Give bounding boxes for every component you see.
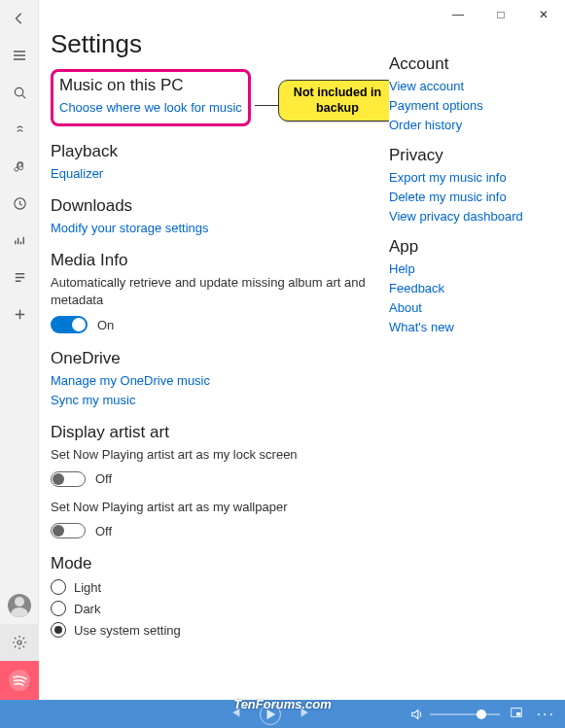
close-button[interactable]: ✕ bbox=[522, 0, 565, 29]
link-equalizer[interactable]: Equalizer bbox=[51, 166, 377, 181]
avatar[interactable] bbox=[8, 594, 31, 617]
svg-rect-5 bbox=[516, 712, 520, 716]
link-delete-music-info[interactable]: Delete my music info bbox=[389, 190, 559, 204]
spotify-icon[interactable] bbox=[0, 661, 39, 700]
link-view-account[interactable]: View account bbox=[389, 79, 559, 93]
add-icon[interactable] bbox=[0, 295, 39, 332]
watermark: TenForums.com bbox=[233, 697, 332, 711]
volume-control[interactable] bbox=[410, 708, 500, 721]
link-storage-settings[interactable]: Modify your storage settings bbox=[51, 221, 377, 235]
section-media-info: Media Info bbox=[51, 251, 377, 270]
more-icon[interactable]: ··· bbox=[537, 706, 555, 723]
radio-light[interactable]: Light bbox=[51, 579, 377, 595]
artist-art-lock-desc: Set Now Playing artist art as my lock sc… bbox=[51, 446, 377, 464]
link-choose-music-location[interactable]: Choose where we look for music bbox=[59, 100, 242, 115]
section-artist-art: Display artist art bbox=[51, 423, 377, 442]
link-payment-options[interactable]: Payment options bbox=[389, 98, 559, 113]
nowplaying-icon[interactable] bbox=[0, 222, 39, 259]
link-privacy-dashboard[interactable]: View privacy dashboard bbox=[389, 209, 559, 224]
volume-icon bbox=[410, 708, 424, 721]
svg-point-0 bbox=[15, 87, 22, 95]
link-whats-new[interactable]: What's new bbox=[389, 320, 559, 334]
playbar: TenForums.com ··· bbox=[0, 700, 565, 728]
link-feedback[interactable]: Feedback bbox=[389, 281, 559, 295]
toggle-switch-off[interactable] bbox=[51, 471, 86, 487]
radio-icon bbox=[51, 601, 66, 616]
link-about[interactable]: About bbox=[389, 300, 559, 315]
section-account: Account bbox=[389, 54, 559, 74]
main-content: Settings Music on this PC Choose where w… bbox=[39, 19, 389, 700]
media-info-desc: Automatically retrieve and update missin… bbox=[51, 274, 377, 308]
toggle-label: Off bbox=[95, 471, 112, 486]
svg-point-2 bbox=[18, 641, 21, 644]
sidebar bbox=[0, 0, 39, 700]
mode-radio-group: Light Dark Use system setting bbox=[51, 579, 377, 638]
section-playback: Playback bbox=[51, 142, 377, 161]
radio-dark[interactable]: Dark bbox=[51, 601, 377, 616]
radio-icon-checked bbox=[51, 622, 66, 638]
explore-icon[interactable] bbox=[0, 111, 39, 148]
back-button[interactable] bbox=[0, 0, 39, 37]
section-app: App bbox=[389, 237, 559, 257]
music-icon[interactable] bbox=[0, 148, 39, 185]
section-privacy: Privacy bbox=[389, 146, 559, 165]
right-column: Account View account Payment options Ord… bbox=[389, 54, 559, 339]
minimize-button[interactable]: — bbox=[437, 0, 479, 29]
window-titlebar: — □ ✕ bbox=[437, 0, 565, 29]
page-title: Settings bbox=[51, 29, 377, 59]
search-icon[interactable] bbox=[0, 74, 39, 111]
miniplayer-icon[interactable] bbox=[510, 706, 523, 722]
highlight-music-on-pc: Music on this PC Choose where we look fo… bbox=[51, 69, 251, 126]
toggle-switch-off[interactable] bbox=[51, 523, 86, 538]
toggle-switch-on[interactable] bbox=[51, 316, 88, 333]
link-order-history[interactable]: Order history bbox=[389, 118, 559, 132]
callout-connector bbox=[255, 105, 279, 106]
maximize-button[interactable]: □ bbox=[479, 0, 522, 29]
radio-icon bbox=[51, 579, 66, 595]
toggle-label: Off bbox=[95, 524, 112, 538]
section-mode: Mode bbox=[51, 554, 377, 573]
link-export-music-info[interactable]: Export my music info bbox=[389, 170, 559, 185]
callout-bubble: Not included in backup bbox=[278, 80, 389, 121]
link-sync-music[interactable]: Sync my music bbox=[51, 393, 377, 407]
recent-icon[interactable] bbox=[0, 185, 39, 222]
link-help[interactable]: Help bbox=[389, 261, 559, 276]
section-music-on-pc: Music on this PC bbox=[59, 76, 242, 95]
section-onedrive: OneDrive bbox=[51, 349, 377, 368]
toggle-media-info[interactable]: On bbox=[51, 316, 377, 333]
link-manage-onedrive[interactable]: Manage my OneDrive music bbox=[51, 373, 377, 388]
playlists-icon[interactable] bbox=[0, 259, 39, 295]
section-downloads: Downloads bbox=[51, 196, 377, 216]
radio-system[interactable]: Use system setting bbox=[51, 622, 377, 638]
artist-art-wallpaper-desc: Set Now Playing artist art as my wallpap… bbox=[51, 499, 377, 516]
toggle-wallpaper[interactable]: Off bbox=[51, 523, 377, 538]
settings-icon[interactable] bbox=[0, 624, 39, 661]
hamburger-icon[interactable] bbox=[0, 37, 39, 74]
volume-slider[interactable] bbox=[430, 713, 500, 715]
toggle-lock-screen[interactable]: Off bbox=[51, 471, 377, 487]
toggle-label: On bbox=[97, 318, 114, 332]
